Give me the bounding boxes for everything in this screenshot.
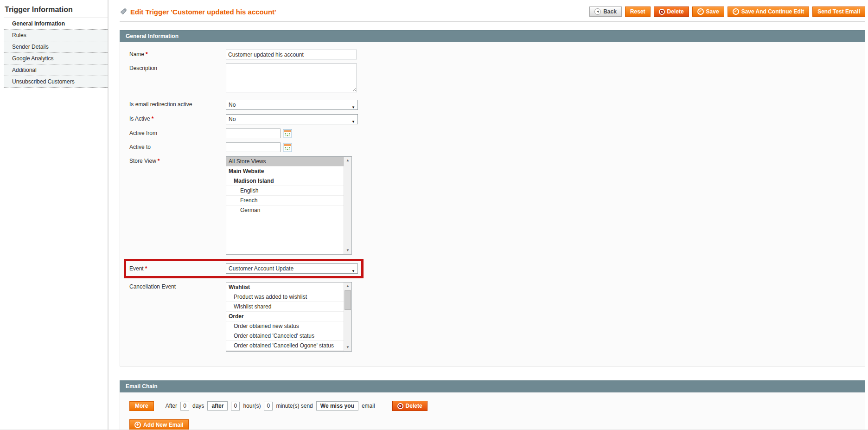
is-active-row: Is Active* No ▼	[129, 114, 855, 124]
reset-button[interactable]: Reset	[625, 6, 651, 17]
sidebar-item-rules[interactable]: Rules	[4, 30, 108, 41]
chevron-down-icon: ▼	[351, 267, 355, 276]
store-view-scrollbar[interactable]: ▲ ▼	[344, 157, 351, 254]
email-chain-row: More After days after hour(s) minute(s) …	[129, 401, 855, 411]
store-view-row: Store View* All Store Views Main Website…	[129, 156, 855, 255]
active-from-label: Active from	[129, 128, 226, 138]
calendar-icon[interactable]	[283, 129, 292, 138]
active-from-input[interactable]	[226, 128, 281, 138]
name-input[interactable]	[226, 50, 357, 59]
cancellation-option-wishlist[interactable]: Wishlist	[226, 282, 344, 292]
cancellation-option-order-closed[interactable]: Order obtained 'Closed' status	[226, 351, 344, 351]
email-redirection-row: Is email redirection active No ▼	[129, 100, 855, 110]
more-button[interactable]: More	[129, 401, 154, 411]
save-button[interactable]: ✓ Save	[692, 6, 724, 17]
scroll-down-icon[interactable]: ▼	[344, 247, 351, 254]
name-row: Name*	[129, 50, 855, 59]
after-select[interactable]: after	[207, 401, 228, 411]
is-active-label: Is Active*	[129, 114, 226, 124]
plus-icon: +	[134, 422, 141, 428]
save-button-label: Save	[706, 8, 719, 15]
event-select[interactable]: Customer Account Update ▼	[226, 263, 358, 274]
description-textarea[interactable]	[226, 64, 357, 92]
general-information-section-header: General Information	[120, 30, 865, 42]
calendar-icon[interactable]	[283, 143, 292, 152]
cancellation-option-product-added-wishlist[interactable]: Product was added to wishlist	[226, 292, 344, 302]
send-test-email-button[interactable]: Send Test Email	[812, 6, 865, 17]
days-text: days	[192, 403, 204, 409]
delete-email-button-label: Delete	[406, 403, 422, 409]
cancellation-option-order-new-status[interactable]: Order obtained new status	[226, 321, 344, 331]
email-template-select[interactable]: We miss you	[316, 401, 358, 411]
minutes-send-text: minute(s) send	[276, 403, 313, 409]
delete-email-button[interactable]: ✕ Delete	[392, 401, 428, 411]
tag-icon	[120, 8, 127, 15]
scrollbar-thumb[interactable]	[345, 290, 351, 310]
store-view-option-french[interactable]: French	[226, 196, 344, 205]
is-active-select[interactable]: No ▼	[226, 114, 358, 124]
scroll-down-icon[interactable]: ▼	[344, 344, 351, 351]
name-label: Name*	[129, 50, 226, 59]
cancellation-option-order[interactable]: Order	[226, 312, 344, 321]
store-view-option-german[interactable]: German	[226, 205, 344, 215]
description-row: Description	[129, 64, 855, 94]
email-chain-section-header: Email Chain	[120, 380, 865, 392]
sidebar-item-additional[interactable]: Additional	[4, 64, 108, 76]
sidebar-item-unsubscribed-customers[interactable]: Unsubscribed Customers	[4, 76, 108, 88]
name-label-text: Name	[129, 51, 144, 58]
chevron-down-icon: ▼	[351, 117, 355, 127]
sidebar: Trigger Information General Information …	[4, 4, 108, 88]
active-to-input[interactable]	[226, 142, 281, 152]
sidebar-item-general-information[interactable]: General Information	[4, 18, 108, 30]
save-and-continue-button[interactable]: ✓ Save And Continue Edit	[728, 6, 810, 17]
sidebar-divider	[108, 0, 108, 430]
store-view-option-english[interactable]: English	[226, 186, 344, 196]
send-test-email-label: Send Test Email	[817, 8, 860, 15]
hours-text: hour(s)	[243, 403, 261, 409]
cancellation-event-label: Cancellation Event	[129, 282, 226, 352]
store-view-option-madison-island[interactable]: Madison Island	[226, 176, 344, 186]
scroll-up-icon[interactable]: ▲	[344, 282, 351, 290]
back-button[interactable]: ◂ Back	[589, 6, 622, 17]
cancellation-option-order-canceled[interactable]: Order obtained 'Canceled' status	[226, 331, 344, 341]
required-mark: *	[146, 51, 148, 58]
store-view-option-main-website[interactable]: Main Website	[226, 167, 344, 176]
cancellation-option-wishlist-shared[interactable]: Wishlist shared	[226, 302, 344, 312]
email-redirection-select[interactable]: No ▼	[226, 100, 358, 110]
is-active-label-text: Is Active	[129, 116, 150, 122]
delete-button[interactable]: ✕ Delete	[654, 6, 689, 17]
cancellation-event-listbox[interactable]: Wishlist Product was added to wishlist W…	[226, 282, 352, 352]
delete-x-icon: ✕	[397, 403, 403, 409]
sidebar-item-sender-details[interactable]: Sender Details	[4, 41, 108, 53]
email-text: email	[362, 403, 375, 409]
email-redirection-label: Is email redirection active	[129, 100, 226, 110]
scroll-up-icon[interactable]: ▲	[344, 157, 351, 164]
event-select-value: Customer Account Update	[229, 265, 294, 272]
days-input[interactable]	[180, 402, 189, 411]
sidebar-title: Trigger Information	[4, 4, 108, 18]
hours-input[interactable]	[231, 402, 240, 411]
delete-x-icon: ✕	[659, 9, 665, 15]
sidebar-item-google-analytics[interactable]: Google Analytics	[4, 53, 108, 64]
store-view-listbox[interactable]: All Store Views Main Website Madison Isl…	[226, 156, 352, 255]
cancellation-event-row: Cancellation Event Wishlist Product was …	[129, 282, 855, 352]
store-view-option-all[interactable]: All Store Views	[226, 157, 344, 167]
minutes-input[interactable]	[264, 402, 273, 411]
event-label-text: Event	[129, 265, 144, 272]
chevron-down-icon: ▼	[351, 103, 355, 112]
description-label: Description	[129, 64, 226, 94]
header-buttons: ◂ Back Reset ✕ Delete ✓ Save ✓ Save And …	[589, 6, 865, 17]
back-arrow-icon: ◂	[594, 8, 601, 15]
cancellation-option-order-cancelled-ogone[interactable]: Order obtained 'Cancelled Ogone' status	[226, 341, 344, 351]
event-label: Event*	[129, 265, 226, 272]
general-information-section-body: Name* Description Is email redirection a…	[120, 42, 865, 366]
after-text: After	[166, 403, 177, 409]
page-title: Edit Trigger 'Customer updated his accou…	[120, 8, 276, 16]
email-chain-fieldset: Email Chain More After days after hour(s…	[120, 380, 865, 430]
add-new-email-button[interactable]: + Add New Email	[129, 419, 189, 430]
main-content: Edit Trigger 'Customer updated his accou…	[120, 4, 865, 430]
cancellation-event-scrollbar[interactable]: ▲ ▼	[344, 282, 351, 351]
active-to-row: Active to	[129, 142, 855, 152]
email-chain-section-body: More After days after hour(s) minute(s) …	[120, 392, 865, 430]
content-header: Edit Trigger 'Customer updated his accou…	[120, 4, 865, 22]
